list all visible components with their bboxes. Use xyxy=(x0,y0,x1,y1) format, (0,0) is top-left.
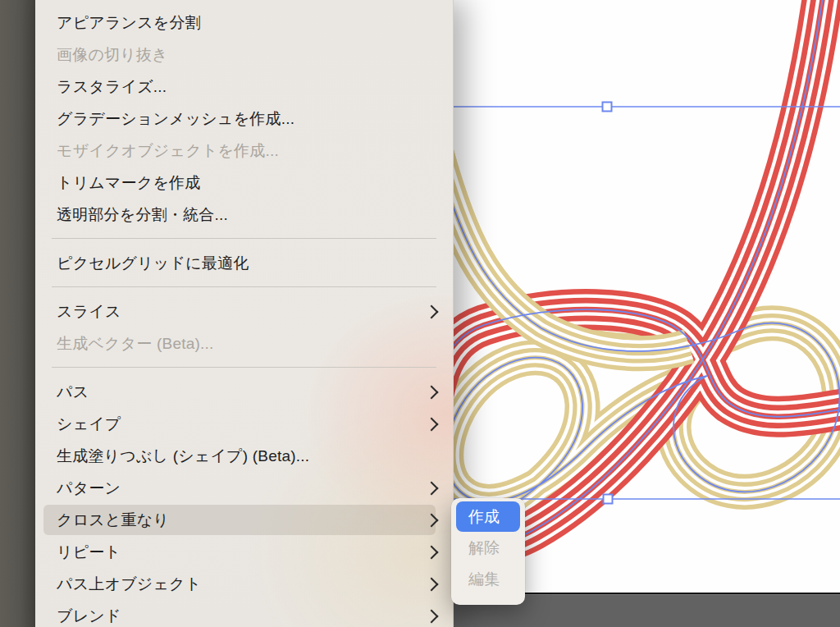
menu-item-label: 生成ベクター (Beta)... xyxy=(57,333,436,355)
submenu-item-2: 編集 xyxy=(451,564,525,595)
menu-item-20[interactable]: ブレンド xyxy=(35,600,453,627)
menu-item-label: クロスと重なり xyxy=(57,510,417,531)
menu-item-19[interactable]: パス上オブジェクト xyxy=(35,568,453,600)
menu-item-13[interactable]: パス xyxy=(35,376,453,408)
menu-item-label: リピート xyxy=(57,542,417,563)
menu-item-label: ピクセルグリッドに最適化 xyxy=(57,253,436,274)
menu-item-6[interactable]: 透明部分を分割・統合... xyxy=(35,199,453,231)
context-menu: アピアランスを分割画像の切り抜きラスタライズ...グラデーションメッシュを作成.… xyxy=(35,0,454,627)
menu-item-label: グラデーションメッシュを作成... xyxy=(57,108,436,130)
menu-item-1: 画像の切り抜き xyxy=(35,39,453,71)
menu-item-14[interactable]: シェイプ xyxy=(35,408,453,440)
menu-item-10[interactable]: スライス xyxy=(35,295,453,327)
menu-item-label: トリムマークを作成 xyxy=(57,172,436,194)
menu-item-4: モザイクオブジェクトを作成... xyxy=(35,135,453,167)
menu-item-label: 画像の切り抜き xyxy=(57,44,436,66)
menu-item-label: スライス xyxy=(57,301,417,323)
menu-item-3[interactable]: グラデーションメッシュを作成... xyxy=(35,103,453,135)
chevron-right-icon xyxy=(425,304,439,318)
submenu-item-0[interactable]: 作成 xyxy=(456,501,520,532)
menu-item-label: パス上オブジェクト xyxy=(57,574,417,595)
chevron-right-icon xyxy=(425,609,439,623)
menu-item-16[interactable]: パターン xyxy=(35,472,453,504)
chevron-right-icon xyxy=(425,577,439,591)
menu-item-label: パス xyxy=(57,382,417,403)
submenu-item-1: 解除 xyxy=(451,533,525,564)
context-menu-list: アピアランスを分割画像の切り抜きラスタライズ...グラデーションメッシュを作成.… xyxy=(35,0,453,627)
menu-item-label: パターン xyxy=(57,478,417,499)
menu-item-label: ブレンド xyxy=(57,606,417,627)
menu-item-0[interactable]: アピアランスを分割 xyxy=(35,7,453,39)
menu-item-15[interactable]: 生成塗りつぶし (シェイプ) (Beta)... xyxy=(35,440,453,472)
menu-item-label: シェイプ xyxy=(57,414,417,435)
chevron-right-icon xyxy=(425,385,439,399)
menu-item-8[interactable]: ピクセルグリッドに最適化 xyxy=(35,247,453,279)
chevron-right-icon xyxy=(425,481,439,495)
menu-item-5[interactable]: トリムマークを作成 xyxy=(35,167,453,199)
menu-item-label: ラスタライズ... xyxy=(57,76,436,98)
intertwine-submenu: 作成解除編集 xyxy=(451,498,525,605)
pasteboard-left-strip xyxy=(0,0,35,627)
menu-item-label: 透明部分を分割・統合... xyxy=(57,204,436,226)
menu-item-11: 生成ベクター (Beta)... xyxy=(35,327,453,359)
anchor-handle-bottom[interactable] xyxy=(604,495,613,504)
menu-item-label: 生成塗りつぶし (シェイプ) (Beta)... xyxy=(57,446,436,467)
chevron-right-icon xyxy=(425,417,439,431)
anchor-handle-top[interactable] xyxy=(603,103,612,112)
menu-item-2[interactable]: ラスタライズ... xyxy=(35,71,453,103)
menu-item-17[interactable]: クロスと重なり xyxy=(35,504,453,536)
menu-separator xyxy=(35,231,453,247)
menu-item-label: モザイクオブジェクトを作成... xyxy=(57,140,436,162)
menu-separator xyxy=(35,279,453,295)
menu-separator xyxy=(35,359,453,376)
chevron-right-icon xyxy=(425,513,439,527)
menu-item-label: アピアランスを分割 xyxy=(57,12,436,34)
menu-item-18[interactable]: リピート xyxy=(35,536,453,568)
chevron-right-icon xyxy=(425,545,439,559)
